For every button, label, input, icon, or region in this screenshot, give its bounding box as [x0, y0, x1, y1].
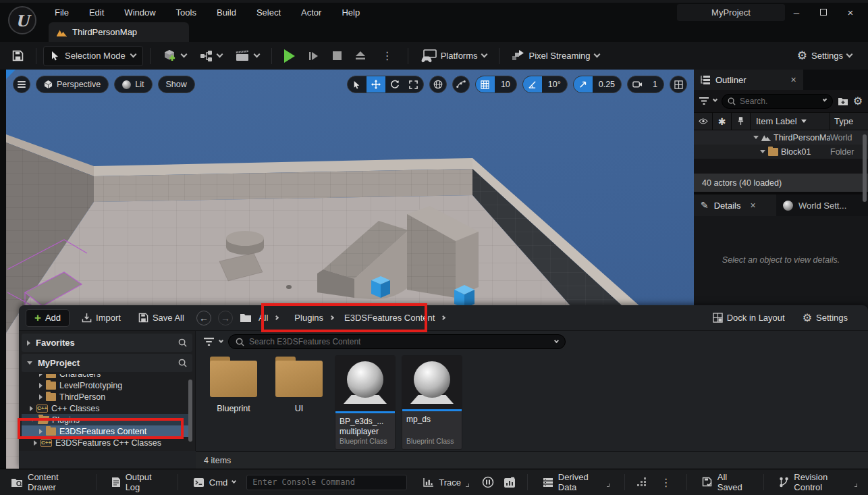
play-button[interactable] — [279, 46, 300, 66]
asset-search-input[interactable] — [249, 337, 550, 346]
all-saved-button[interactable]: All Saved — [697, 473, 755, 491]
cmd-dropdown[interactable]: Cmd — [188, 473, 241, 491]
dock-in-layout-button[interactable]: Dock in Layout — [707, 308, 790, 328]
move-tool-button[interactable] — [367, 76, 385, 93]
visibility-column-eye-icon[interactable] — [694, 113, 713, 130]
surface-snapping-button[interactable] — [452, 76, 470, 93]
minimize-button[interactable]: – — [783, 3, 810, 22]
statusbar-kebab-button[interactable]: ⋮ — [655, 473, 677, 491]
camera-speed-icon[interactable] — [628, 76, 647, 93]
menu-item-file[interactable]: File — [45, 3, 79, 22]
expand-arrow-icon[interactable] — [753, 136, 759, 139]
outliner-settings-gear-icon[interactable]: ⚙ — [853, 95, 863, 107]
import-button[interactable]: Import — [76, 308, 126, 328]
filter-icon[interactable] — [204, 338, 214, 346]
insights-session-button[interactable] — [480, 473, 496, 491]
asset-search[interactable] — [228, 334, 566, 349]
drawer-settings-button[interactable]: ⚙ Settings — [797, 308, 853, 328]
breadcrumb-plugins[interactable]: Plugins — [294, 313, 323, 323]
outliner-row-block01[interactable]: Block01 Folder — [694, 145, 868, 159]
outliner-row-world[interactable]: ThirdPersonMap World — [694, 130, 868, 145]
save-current-level-button[interactable] — [7, 46, 29, 66]
asset-mp-ds[interactable]: mp_ds Blueprint Class — [402, 355, 462, 450]
unreal-logo[interactable]: U — [8, 6, 36, 34]
platforms-dropdown[interactable]: Platforms — [415, 46, 492, 66]
search-icon[interactable] — [178, 359, 187, 367]
world-local-coord-button[interactable] — [429, 76, 447, 93]
tree-scrollbar[interactable] — [188, 380, 192, 442]
tree-item-cpp-classes[interactable]: C++ C++ Classes — [22, 402, 192, 414]
snapshot-button[interactable] — [501, 473, 518, 491]
pixel-streaming-dropdown[interactable]: Pixel Streaming — [506, 46, 605, 66]
expand-arrow-icon[interactable] — [760, 150, 765, 153]
tree-item-thirdperson[interactable]: ThirdPerson — [22, 391, 192, 402]
play-options-kebab[interactable]: ⋮ — [374, 46, 401, 66]
type-column-header[interactable]: Type — [830, 113, 868, 130]
content-drawer-button[interactable]: Content Drawer — [5, 473, 86, 491]
viewport-options-button[interactable] — [13, 76, 30, 93]
scale-snap-toggle[interactable] — [574, 76, 593, 93]
breadcrumb-e3dsfeatures-content[interactable]: E3DSFeatures Content — [344, 313, 435, 323]
maximize-viewport-button[interactable] — [670, 76, 687, 93]
camera-speed-value[interactable]: 1 — [647, 80, 663, 89]
settings-dropdown[interactable]: ⚙ Settings — [792, 46, 857, 66]
skip-frame-button[interactable] — [303, 46, 325, 66]
outliner-search[interactable] — [722, 94, 833, 109]
breadcrumb-folder-icon[interactable] — [240, 313, 252, 323]
selection-mode-dropdown[interactable]: Selection Mode — [43, 46, 143, 66]
trace-button[interactable]: Trace — [418, 473, 474, 491]
search-chevron-icon[interactable] — [554, 338, 559, 343]
derived-data-button[interactable]: Derived Data — [537, 473, 615, 491]
eject-button[interactable] — [350, 46, 371, 66]
grid-snap-value[interactable]: 10 — [495, 80, 516, 89]
blueprints-dropdown-button[interactable] — [194, 46, 227, 66]
outliner-scrollbar[interactable] — [863, 134, 867, 202]
asset-folder-blueprint[interactable]: Blueprint Folder — [204, 355, 263, 450]
close-details-icon[interactable]: × — [750, 200, 755, 211]
quick-add-actor-button[interactable] — [157, 46, 192, 66]
output-log-button[interactable]: Output Log — [106, 473, 168, 491]
tab-world-settings[interactable]: World Sett... — [776, 194, 868, 216]
asset-bp-e3ds-multiplayer[interactable]: BP_e3ds_... multiplayer Blueprint Class — [335, 355, 396, 450]
console-command-input[interactable] — [252, 477, 401, 487]
tab-outliner[interactable]: Outliner × — [694, 70, 803, 90]
menu-item-actor[interactable]: Actor — [291, 3, 331, 22]
close-outliner-icon[interactable]: × — [791, 74, 796, 85]
back-button[interactable]: ← — [196, 311, 211, 325]
filter-icon[interactable] — [699, 97, 709, 105]
filter-chevron-icon[interactable] — [219, 338, 223, 342]
select-tool-button[interactable] — [348, 76, 367, 93]
tree-item-levelprototyping[interactable]: LevelPrototyping — [22, 380, 192, 391]
maximize-button[interactable] — [810, 3, 837, 22]
tree-item-plugins[interactable]: Plugins — [22, 414, 192, 425]
show-dropdown[interactable]: Show — [158, 76, 195, 93]
favorite-column-star-icon[interactable]: ✱ — [713, 113, 732, 130]
rotation-snap-value[interactable]: 10° — [542, 80, 567, 89]
cinematics-dropdown-button[interactable] — [230, 46, 265, 66]
scale-snap-value[interactable]: 0.25 — [593, 80, 621, 89]
menu-item-window[interactable]: Window — [114, 3, 165, 22]
menu-item-edit[interactable]: Edit — [79, 3, 114, 22]
breadcrumb-root[interactable]: All — [259, 313, 268, 323]
rotation-snap-toggle[interactable] — [523, 76, 542, 93]
small-prop[interactable] — [286, 285, 292, 289]
pin-column-icon[interactable] — [732, 113, 751, 130]
revision-control-button[interactable]: Revision Control — [774, 473, 863, 491]
close-button[interactable]: × — [837, 3, 864, 22]
myproject-section-header[interactable]: MyProject — [22, 354, 192, 372]
build-grid-button[interactable] — [634, 473, 650, 491]
tab-thirdpersonmap[interactable]: ThirdPersonMap — [49, 22, 189, 42]
item-label-column-header[interactable]: Item Label — [751, 113, 830, 130]
save-all-button[interactable]: Save All — [133, 308, 190, 328]
lit-dropdown[interactable]: Lit — [114, 76, 152, 93]
menu-item-build[interactable]: Build — [207, 3, 246, 22]
menu-item-help[interactable]: Help — [331, 3, 370, 22]
menu-item-select[interactable]: Select — [246, 3, 291, 22]
scale-tool-button[interactable] — [404, 76, 423, 93]
perspective-dropdown[interactable]: Perspective — [36, 76, 109, 93]
favorites-section-header[interactable]: Favorites — [22, 334, 192, 352]
tree-item-characters[interactable]: Characters — [22, 374, 192, 380]
add-button[interactable]: + Add — [26, 309, 70, 327]
filter-chevron-icon[interactable] — [713, 97, 717, 102]
console-command-field[interactable] — [246, 475, 407, 490]
